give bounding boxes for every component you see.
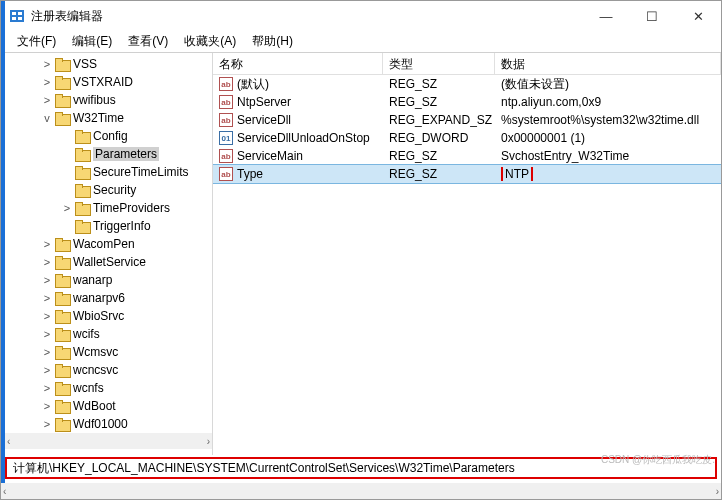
tree-item[interactable]: >Wcmsvc [41,343,212,361]
tree-twisty-icon[interactable]: > [41,346,53,358]
svg-rect-0 [10,10,24,22]
table-row[interactable]: abNtpServerREG_SZntp.aliyun.com,0x9 [213,93,721,111]
tree-item-label: wcncsvc [73,363,118,377]
watermark: CSDN @你吃西瓜我吃皮. [601,453,715,467]
folder-icon [75,184,89,196]
table-row[interactable]: ab(默认)REG_SZ(数值未设置) [213,75,721,93]
row-type: REG_EXPAND_SZ [383,113,495,127]
table-row[interactable]: abServiceDllREG_EXPAND_SZ%systemroot%\sy… [213,111,721,129]
tree-item[interactable]: >wcncsvc [41,361,212,379]
table-row[interactable]: abTypeREG_SZNTP [213,165,721,183]
folder-icon [55,328,69,340]
tree-twisty-icon[interactable]: > [41,328,53,340]
tree-item-label: Config [93,129,128,143]
folder-icon [55,382,69,394]
tree-item[interactable]: >wcifs [41,325,212,343]
tree-item[interactable]: vW32Time [41,109,212,127]
tree-item[interactable]: >WbioSrvc [41,307,212,325]
tree-twisty-icon[interactable]: > [41,418,53,430]
titlebar: 注册表编辑器 — ☐ ✕ [1,1,721,31]
tree-item[interactable]: >WalletService [41,253,212,271]
tree-item[interactable]: >TimeProviders [61,199,212,217]
tree-twisty-icon[interactable]: > [41,382,53,394]
folder-icon [75,148,89,160]
tree-item-label: WalletService [73,255,146,269]
tree-item-label: wcifs [73,327,100,341]
svg-rect-4 [18,17,22,20]
list-pane: 名称 类型 数据 ab(默认)REG_SZ(数值未设置)abNtpServerR… [213,53,721,455]
tree-item-label: Parameters [93,147,159,161]
row-data: SvchostEntry_W32Time [495,149,721,163]
menu-view[interactable]: 查看(V) [122,31,174,52]
tree-item[interactable]: >wanarp [41,271,212,289]
tree-item[interactable]: >WdBoot [41,397,212,415]
highlighted-value: NTP [501,167,533,181]
tree-item-label: W32Time [73,111,124,125]
tree-item[interactable]: >vwifibus [41,91,212,109]
tree-twisty-icon[interactable]: > [41,58,53,70]
folder-icon [55,400,69,412]
table-row[interactable]: abServiceMainREG_SZSvchostEntry_W32Time [213,147,721,165]
tree-twisty-icon[interactable]: > [41,400,53,412]
status-path-text: 计算机\HKEY_LOCAL_MACHINE\SYSTEM\CurrentCon… [13,460,515,477]
tree-twisty-icon[interactable]: > [41,364,53,376]
tree-item[interactable]: >WacomPen [41,235,212,253]
column-data[interactable]: 数据 [495,53,721,74]
svg-rect-1 [12,12,16,15]
tree-twisty-icon[interactable]: > [41,274,53,286]
tree-item-label: wanarpv6 [73,291,125,305]
row-type: REG_SZ [383,149,495,163]
row-data: %systemroot%\system32\w32time.dll [495,113,721,127]
menu-edit[interactable]: 编辑(E) [66,31,118,52]
tree-twisty-icon[interactable]: > [41,76,53,88]
tree-item-label: SecureTimeLimits [93,165,189,179]
tree-item-label: WdBoot [73,399,116,413]
tree-twisty-icon[interactable]: > [41,256,53,268]
tree-twisty-icon[interactable]: > [41,310,53,322]
svg-rect-2 [18,12,22,15]
folder-icon [55,238,69,250]
window-title: 注册表编辑器 [31,8,103,25]
row-data: (数值未设置) [495,76,721,93]
tree-twisty-icon[interactable]: > [41,94,53,106]
tree-item[interactable]: >Wdf01000 [41,415,212,433]
tree-pane[interactable]: >VSS>VSTXRAID>vwifibusvW32TimeConfigPara… [1,53,213,455]
column-type[interactable]: 类型 [383,53,495,74]
tree-item-label: Wdf01000 [73,417,128,431]
tree-twisty-icon[interactable]: v [41,112,53,124]
menubar: 文件(F) 编辑(E) 查看(V) 收藏夹(A) 帮助(H) [1,31,721,53]
row-data: NTP [495,167,721,181]
minimize-button[interactable]: — [583,1,629,31]
tree-item[interactable]: >VSS [41,55,212,73]
tree-item[interactable]: Config [61,127,212,145]
app-icon [9,8,25,24]
table-row[interactable]: 01ServiceDllUnloadOnStopREG_DWORD0x00000… [213,129,721,147]
tree-item[interactable]: >wcnfs [41,379,212,397]
tree-item[interactable]: TriggerInfo [61,217,212,235]
tree-twisty-icon[interactable]: > [61,202,73,214]
tree-item-label: Security [93,183,136,197]
menu-favorites[interactable]: 收藏夹(A) [178,31,242,52]
column-name[interactable]: 名称 [213,53,383,74]
tree-twisty-icon[interactable]: > [41,238,53,250]
tree-item-label: VSS [73,57,97,71]
close-button[interactable]: ✕ [675,1,721,31]
folder-icon [55,256,69,268]
tree-item[interactable]: Security [61,181,212,199]
tree-item-label: WacomPen [73,237,135,251]
tree-item[interactable]: >wanarpv6 [41,289,212,307]
tree-item[interactable]: >VSTXRAID [41,73,212,91]
menu-help[interactable]: 帮助(H) [246,31,299,52]
tree-item-label: vwifibus [73,93,116,107]
tree-item[interactable]: Parameters [61,145,212,163]
tree-item-label: TriggerInfo [93,219,151,233]
tree-twisty-icon[interactable]: > [41,292,53,304]
menu-file[interactable]: 文件(F) [11,31,62,52]
row-name: ServiceDll [237,113,291,127]
row-name: NtpServer [237,95,291,109]
tree-item[interactable]: SecureTimeLimits [61,163,212,181]
tree-scroll-horizontal[interactable]: ‹› [5,433,212,449]
folder-icon [55,94,69,106]
folder-icon [55,292,69,304]
maximize-button[interactable]: ☐ [629,1,675,31]
